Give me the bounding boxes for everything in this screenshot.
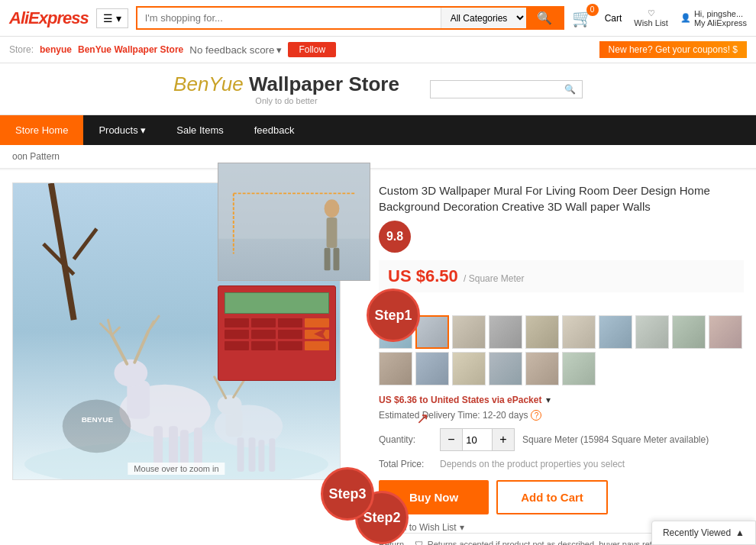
coupon-button[interactable]: New here? Get your coupons! $ (599, 41, 747, 58)
color-swatch-6[interactable] (562, 315, 596, 349)
product-title: Custom 3D Wallpaper Mural For Living Roo… (379, 182, 744, 214)
add-to-cart-button[interactable]: Add to Cart (496, 480, 608, 514)
color-swatch-3[interactable] (452, 315, 486, 349)
top-navigation: AliExpress ☰ ▾ All Categories 🔍 🛒 0 Cart… (0, 0, 756, 37)
nav-store-home[interactable]: Store Home (0, 115, 83, 145)
product-info: Custom 3D Wallpaper Mural For Living Roo… (379, 182, 744, 545)
color-swatch-5[interactable] (525, 315, 559, 349)
menu-button[interactable]: ☰ ▾ (96, 8, 128, 28)
price-unit: / Square Meter (464, 273, 524, 284)
wishlist-icon[interactable]: ♡ Wish List (634, 8, 668, 27)
quantity-input[interactable] (462, 429, 493, 450)
cart-icon[interactable]: 🛒 0 (572, 8, 593, 28)
category-select[interactable]: All Categories (441, 8, 526, 28)
quantity-unit: Square Meter (15984 Square Meter availab… (522, 434, 709, 445)
step2-arrow: ↗ (416, 409, 429, 427)
store-prefix: Store: (9, 44, 34, 55)
store-title: BenYue Wallpaper Store Only to do better (173, 73, 399, 105)
svg-point-35 (325, 199, 340, 218)
svg-point-28 (63, 400, 131, 453)
feedback-score-button[interactable]: No feedback score ▾ (189, 44, 282, 56)
color-swatch-13[interactable] (452, 352, 486, 385)
color-label: Color: (379, 300, 744, 311)
step1-arrow: ➤ (313, 323, 328, 344)
user-avatar-icon: 👤 (680, 13, 691, 23)
cart-label: Cart (605, 13, 622, 24)
recently-viewed-button[interactable]: Recently Viewed ▲ (651, 521, 756, 545)
color-swatch-12[interactable] (415, 352, 449, 385)
store-id: benyue (40, 44, 72, 55)
logo[interactable]: AliExpress (9, 8, 89, 28)
price-row: US $6.50 / Square Meter (379, 260, 744, 292)
svg-rect-36 (327, 218, 338, 248)
breadcrumb: oon Pattern (0, 145, 756, 169)
svg-point-8 (114, 360, 147, 387)
color-swatch-9[interactable] (672, 315, 706, 349)
user-greeting: Hi, pingshe... (694, 9, 747, 18)
store-search-bar: 🔍 (430, 80, 583, 98)
store-bar: Store: benyue BenYue Wallpaper Store No … (0, 37, 756, 63)
svg-rect-20 (269, 438, 275, 472)
delivery-info-icon[interactable]: ? (531, 410, 541, 421)
user-account[interactable]: 👤 Hi, pingshe... My AliExpress (680, 9, 747, 27)
svg-rect-17 (237, 437, 244, 472)
svg-text:BENYUE: BENYUE (82, 415, 114, 424)
store-tagline: Only to do better (173, 96, 399, 105)
my-aliexpress-label: My AliExpress (694, 18, 747, 27)
color-swatch-15[interactable] (525, 352, 559, 385)
svg-rect-38 (333, 248, 339, 271)
store-search-icon[interactable]: 🔍 (564, 84, 576, 95)
svg-point-22 (218, 395, 242, 415)
delivery-row: Estimated Delivery Time: 12-20 days ? (379, 410, 744, 421)
quantity-control: − + (440, 428, 515, 451)
total-price-value: Depends on the product properties you se… (440, 459, 625, 469)
color-swatch-11[interactable] (379, 352, 412, 385)
zoom-hint: Mouse over to zoom in (128, 463, 225, 475)
coupon-label: New here? Get your coupons! (609, 44, 730, 55)
svg-rect-19 (258, 440, 264, 472)
svg-rect-18 (249, 437, 256, 472)
store-search-input[interactable] (437, 84, 564, 95)
product-price: US $6.50 (388, 266, 458, 285)
store-navigation: Store Home Products Sale Items feedback (0, 115, 756, 145)
return-policy-icon: 🛡 (415, 540, 423, 545)
store-brand: BenYue Wallpaper Store (173, 73, 399, 96)
quantity-row: Quantity: − + Square Meter (15984 Square… (379, 428, 744, 451)
recently-viewed-chevron-icon: ▲ (735, 527, 745, 538)
color-swatch-2[interactable] (415, 315, 449, 349)
search-input[interactable] (137, 8, 441, 28)
color-swatch-8[interactable] (635, 315, 669, 349)
nav-products[interactable]: Products (83, 115, 161, 145)
recently-viewed-label: Recently Viewed (663, 527, 731, 538)
quantity-label: Quantity: (379, 434, 432, 445)
measuring-tape-image (218, 163, 370, 281)
color-swatch-10[interactable] (709, 315, 742, 349)
color-swatch-7[interactable] (599, 315, 632, 349)
nav-icons: 🛒 0 Cart ♡ Wish List 👤 Hi, pingshe... My… (572, 8, 747, 28)
quantity-decrease-button[interactable]: − (441, 429, 462, 450)
store-header: BenYue Wallpaper Store Only to do better… (0, 63, 756, 115)
step1-bubble: Step1 (367, 289, 420, 342)
color-swatch-16[interactable] (562, 352, 596, 385)
shipping-price: US $6.36 to United States via ePacket (379, 395, 541, 405)
step3-bubble: Step3 (321, 467, 374, 521)
shipping-dropdown-icon[interactable]: ▾ (546, 395, 551, 405)
coupon-amount: $ (732, 44, 738, 55)
total-price-label: Total Price: (379, 459, 432, 469)
store-name[interactable]: BenYue Wallpaper Store (78, 44, 183, 55)
quantity-increase-button[interactable]: + (493, 429, 514, 450)
search-button[interactable]: 🔍 (526, 8, 563, 28)
color-swatch-14[interactable] (489, 352, 522, 385)
nav-feedback[interactable]: feedback (239, 115, 310, 145)
follow-button[interactable]: Follow (288, 42, 336, 57)
color-swatch-4[interactable] (489, 315, 522, 349)
wishlist-dropdown-icon[interactable]: ▾ (460, 522, 464, 533)
overlay-images (218, 163, 378, 381)
search-bar: All Categories 🔍 (136, 6, 564, 30)
brand-normal: Wallpaper Store (249, 73, 399, 95)
color-swatches (379, 315, 744, 385)
cart-badge: 0 (586, 4, 599, 16)
total-row: Total Price: Depends on the product prop… (379, 459, 744, 469)
svg-rect-32 (218, 163, 370, 239)
nav-sale-items[interactable]: Sale Items (161, 115, 238, 145)
